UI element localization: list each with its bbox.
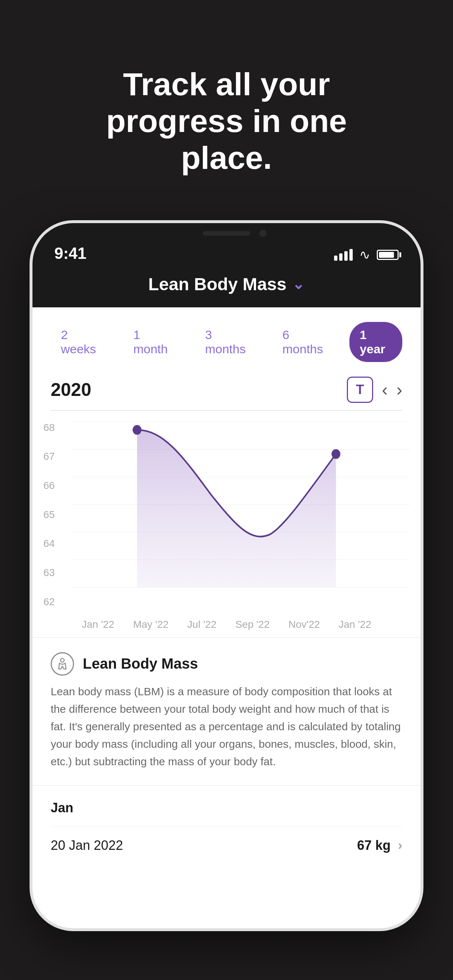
info-section: Lean Body Mass Lean body mass (LBM) is a… — [32, 637, 421, 785]
tab-3months[interactable]: 3 months — [195, 322, 261, 362]
entry-value: 67 kg — [357, 838, 391, 853]
chart-dot-start — [133, 425, 142, 434]
x-label-may22: May '22 — [133, 619, 169, 630]
tab-1year[interactable]: 1 year — [349, 322, 402, 362]
y-label-65: 65 — [43, 509, 55, 520]
battery-icon — [377, 250, 399, 260]
battery-fill — [379, 252, 394, 258]
y-label-63: 63 — [43, 567, 55, 579]
lbm-icon — [51, 652, 74, 676]
y-label-67: 67 — [43, 450, 55, 462]
signal-icon — [334, 249, 353, 261]
phone-mockup: 9:41 ∿ Lean Body Mass ⌄ 2 weeks — [30, 220, 423, 931]
chart-svg — [71, 422, 410, 615]
status-time: 9:41 — [54, 244, 334, 262]
speaker — [203, 231, 250, 235]
bar2 — [339, 253, 343, 261]
entry-chevron-icon: › — [398, 838, 402, 853]
chart-inner — [71, 422, 410, 615]
table-icon: T — [356, 382, 364, 398]
entry-date: 20 Jan 2022 — [51, 838, 123, 853]
bar4 — [349, 249, 353, 261]
chart-year: 2020 — [51, 379, 91, 400]
y-label-64: 64 — [43, 538, 55, 549]
next-button[interactable]: › — [396, 380, 402, 399]
notch — [168, 223, 285, 245]
x-label-jan22-end: Jan '22 — [339, 619, 371, 630]
svg-point-7 — [61, 659, 64, 662]
info-header: Lean Body Mass — [51, 652, 402, 676]
bar1 — [334, 256, 337, 261]
hero-headline: Track all your progress in one place. — [62, 65, 391, 177]
chart-dot-end — [332, 449, 340, 459]
chart-area — [137, 430, 336, 587]
x-label-sep22: Sep '22 — [235, 619, 270, 630]
tab-1month[interactable]: 1 month — [123, 322, 184, 362]
dropdown-chevron-icon: ⌄ — [292, 275, 305, 293]
y-label-62: 62 — [43, 596, 55, 608]
time-range-tabs: 2 weeks 1 month 3 months 6 months 1 year — [32, 307, 421, 369]
camera — [259, 230, 266, 237]
x-axis-labels: Jan '22 May '22 Jul '22 Sep '22 Nov'22 J… — [43, 615, 410, 630]
data-entries-section: Jan 20 Jan 2022 67 kg › — [32, 785, 421, 864]
tab-2weeks[interactable]: 2 weeks — [51, 322, 112, 362]
info-title: Lean Body Mass — [83, 655, 198, 672]
prev-button[interactable]: ‹ — [382, 380, 388, 399]
app-header: Lean Body Mass ⌄ — [32, 267, 421, 307]
tab-6months[interactable]: 6 months — [272, 322, 338, 362]
x-label-jan22-start: Jan '22 — [82, 619, 114, 630]
y-axis-labels: 68 67 66 65 64 63 62 — [43, 422, 55, 608]
status-bar: 9:41 ∿ — [32, 223, 421, 267]
bar3 — [344, 251, 348, 261]
body-icon — [56, 657, 69, 670]
header-title-area[interactable]: Lean Body Mass ⌄ — [148, 274, 305, 294]
chart-container: 68 67 66 65 64 63 62 — [32, 411, 421, 637]
chart-controls: T ‹ › — [347, 377, 402, 403]
y-label-66: 66 — [43, 480, 55, 492]
chart-header: 2020 T ‹ › — [32, 369, 421, 410]
info-body-text: Lean body mass (LBM) is a measure of bod… — [51, 683, 402, 770]
month-label: Jan — [51, 800, 402, 816]
entry-value-area: 67 kg › — [357, 838, 402, 853]
header-title-text: Lean Body Mass — [148, 274, 287, 294]
wifi-icon: ∿ — [359, 247, 370, 262]
y-label-68: 68 — [43, 422, 55, 433]
data-entry-row[interactable]: 20 Jan 2022 67 kg › — [51, 827, 402, 864]
x-label-nov22: Nov'22 — [289, 619, 320, 630]
status-icons: ∿ — [334, 247, 399, 262]
phone-content: 2 weeks 1 month 3 months 6 months 1 year… — [32, 307, 421, 864]
table-view-button[interactable]: T — [347, 377, 373, 403]
x-label-jul22: Jul '22 — [187, 619, 217, 630]
